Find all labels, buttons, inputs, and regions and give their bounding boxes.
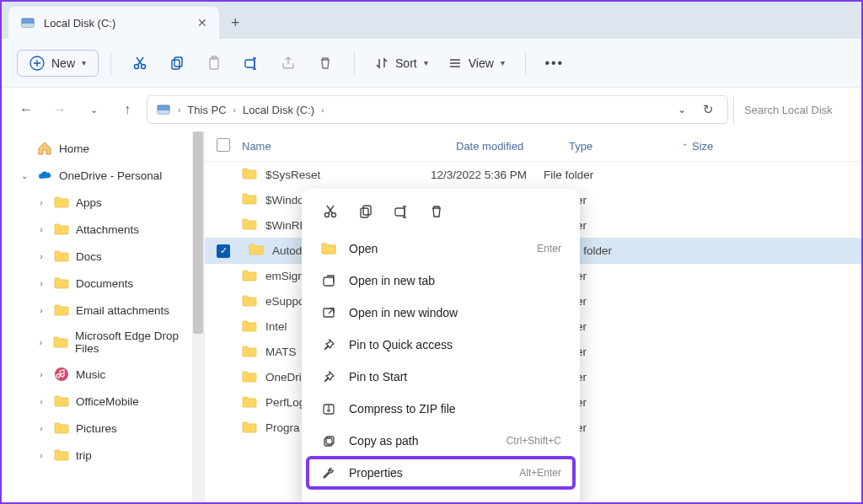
context-item-compress-to-zip-file[interactable]: Compress to ZIP file [307,393,575,425]
refresh-icon[interactable]: ↻ [698,102,719,117]
copy-icon[interactable] [351,197,381,226]
share-icon[interactable] [271,46,305,80]
divider [110,51,111,75]
folder-icon [54,448,69,463]
sort-button[interactable]: Sort ▾ [367,51,437,75]
sidebar-label: Microsoft Edge Drop Files [75,330,196,355]
sidebar-item[interactable]: ›trip [2,442,204,469]
copy-icon[interactable] [160,46,194,80]
chevron-down-icon: ⌄ [19,171,30,180]
svg-rect-15 [361,208,368,217]
recent-chevron[interactable]: ⌄ [79,95,108,124]
cut-icon[interactable] [315,197,346,226]
breadcrumb-part[interactable]: Local Disk (C:) [243,104,314,116]
svg-rect-11 [158,110,169,114]
more-icon[interactable]: ••• [538,46,571,80]
select-all-checkbox[interactable] [217,138,242,154]
chevron-right-icon: › [35,424,47,433]
svg-rect-18 [324,277,334,286]
file-name: eSuppo [265,295,305,308]
svg-point-14 [332,213,336,217]
search-input[interactable]: Search Local Disk [733,95,843,124]
folder-icon [54,421,69,436]
address-bar[interactable]: › This PC › Local Disk (C:) › ⌄ ↻ [147,95,728,124]
folder-icon [242,346,259,359]
paste-icon[interactable] [197,46,231,80]
checkbox-icon[interactable]: ✓ [217,244,230,258]
list-header: Name Date modified Type ⌃Size [205,131,861,162]
sidebar-item[interactable]: ›Attachments [2,216,204,243]
table-row[interactable]: $SysReset12/3/2022 5:36 PMFile folder [205,162,861,187]
context-item-send-with-nearby-share[interactable]: Send with Nearby Share [307,496,575,504]
context-item-open-in-new-tab[interactable]: Open in new tab [307,265,575,297]
context-item-shortcut: Ctrl+Shift+C [507,435,561,447]
sidebar-item[interactable]: ›Documents [2,270,204,297]
chevron-right-icon: › [35,338,46,347]
home-icon [37,141,52,156]
sidebar-item[interactable]: ›Music [2,361,204,388]
sidebar-item[interactable]: ›Pictures [2,415,204,442]
context-item-open-in-new-window[interactable]: Open in new window [307,297,575,329]
svg-point-3 [135,64,139,68]
file-type: File folder [544,169,657,181]
file-name: OneDri [265,371,302,383]
folder-icon [54,276,69,291]
divider [354,51,355,75]
context-item-pin-to-start[interactable]: Pin to Start [307,361,575,393]
forward-button[interactable]: → [46,95,74,124]
sidebar-item[interactable]: ›Docs [2,243,204,270]
context-item-open[interactable]: OpenEnter [307,233,575,265]
context-item-copy-as-path[interactable]: Copy as pathCtrl+Shift+C [307,425,575,457]
sidebar-item[interactable]: ›Email attachments [2,297,204,324]
col-name[interactable]: Name [242,140,456,153]
tab[interactable]: Local Disk (C:) ✕ [8,7,219,39]
svg-rect-1 [22,24,34,27]
cut-icon[interactable] [123,46,157,80]
close-icon[interactable]: ✕ [197,16,207,29]
context-item-properties[interactable]: PropertiesAlt+Enter [307,457,575,489]
new-button-label: New [51,56,75,70]
breadcrumb-part[interactable]: This PC [187,104,226,116]
scrollbar[interactable] [192,131,204,502]
sidebar-item-home[interactable]: Home [2,135,204,162]
sidebar-item[interactable]: ›Microsoft Edge Drop Files [2,324,204,361]
delete-icon[interactable] [308,46,342,80]
file-name: emSign [265,270,304,282]
file-name: Intel [265,320,287,333]
chevron-right-icon: › [35,198,47,207]
chevron-right-icon: › [321,105,324,115]
svg-rect-9 [245,60,255,67]
file-name: $SysReset [265,169,320,181]
new-button[interactable]: New ▾ [17,50,99,77]
file-name: $Windo [265,194,304,206]
svg-rect-16 [363,206,371,215]
delete-icon[interactable] [421,197,452,226]
chevron-down-icon[interactable]: ⌄ [673,104,691,115]
sidebar-item[interactable]: ›Apps [2,189,204,216]
rename-icon[interactable] [234,46,268,80]
chevron-right-icon: › [35,252,47,261]
open-icon [320,240,337,257]
col-date[interactable]: Date modified [456,140,569,153]
music-icon [54,367,69,382]
context-icon-row [307,197,575,233]
scrollbar-thumb[interactable] [193,131,203,334]
col-size[interactable]: ⌃Size [682,140,732,153]
up-button[interactable]: ↑ [113,95,142,124]
view-button[interactable]: View ▾ [440,51,513,75]
folder-icon [242,421,259,435]
folder-icon [242,270,259,283]
sidebar-item[interactable]: ›OfficeMobile [2,388,204,415]
col-type[interactable]: Type [569,140,682,153]
new-tab-button[interactable]: + [219,7,252,39]
back-button[interactable]: ← [12,95,40,124]
disk-icon [156,102,171,117]
file-date: 12/3/2022 5:36 PM [431,169,544,181]
view-icon [448,56,462,70]
sidebar-item-onedrive[interactable]: ⌄ OneDrive - Personal [2,162,204,189]
context-item-pin-to-quick-access[interactable]: Pin to Quick access [307,329,575,361]
svg-point-13 [325,213,330,217]
sidebar-label: Music [76,368,105,381]
chevron-right-icon: › [35,306,47,315]
rename-icon[interactable] [386,197,416,226]
